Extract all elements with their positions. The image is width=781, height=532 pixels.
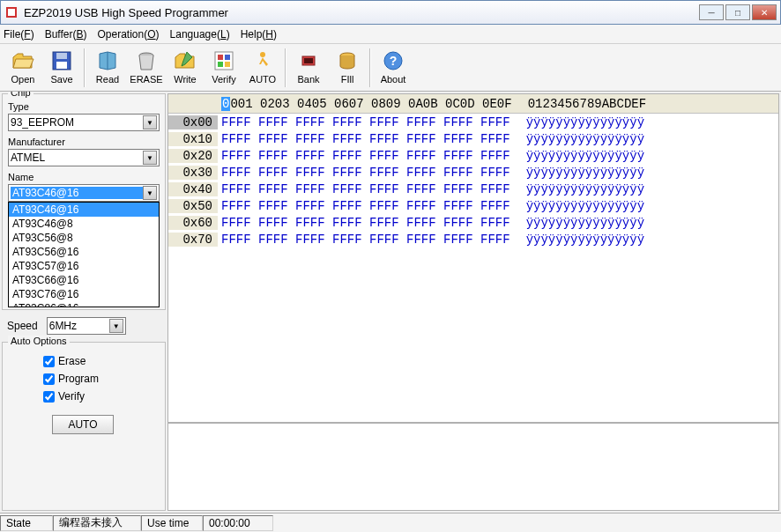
trash-icon xyxy=(134,48,159,73)
hex-panel: 0001 0203 0405 0607 0809 0A0B 0C0D 0E0F … xyxy=(167,93,779,511)
speed-row: Speed 6MHz▼ xyxy=(2,314,166,338)
fill-button[interactable]: FIll xyxy=(328,47,367,89)
chevron-down-icon: ▼ xyxy=(109,319,123,333)
hex-row[interactable]: 0x10FFFF FFFF FFFF FFFF FFFF FFFF FFFF F… xyxy=(168,130,778,147)
auto-options-group: Auto Options Erase Program Verify AUTO xyxy=(2,342,166,511)
status-state-label: State xyxy=(0,515,53,531)
erase-button[interactable]: ERASE xyxy=(127,47,166,89)
manufacturer-select[interactable]: ATMEL▼ xyxy=(8,149,160,166)
menu-language[interactable]: Language(L) xyxy=(170,28,230,41)
hex-data: FFFF FFFF FFFF FFFF FFFF FFFF FFFF FFFF xyxy=(218,216,510,230)
name-option[interactable]: AT93C76@16 xyxy=(9,287,159,301)
hex-row[interactable]: 0x50FFFF FFFF FFFF FFFF FFFF FFFF FFFF F… xyxy=(168,197,778,214)
toolbar: Open Save Read ERASE Write Verify AUTO B… xyxy=(0,44,781,92)
hex-ascii: ÿÿÿÿÿÿÿÿÿÿÿÿÿÿÿÿ xyxy=(510,182,644,196)
hex-ascii: ÿÿÿÿÿÿÿÿÿÿÿÿÿÿÿÿ xyxy=(510,233,644,247)
bank-button[interactable]: Bank xyxy=(289,47,328,89)
name-option[interactable]: AT93C56@8 xyxy=(9,231,159,245)
hex-ascii: ÿÿÿÿÿÿÿÿÿÿÿÿÿÿÿÿ xyxy=(510,166,644,180)
hex-row[interactable]: 0x40FFFF FFFF FFFF FFFF FFFF FFFF FFFF F… xyxy=(168,181,778,197)
write-icon xyxy=(173,48,197,73)
hex-data: FFFF FFFF FFFF FFFF FFFF FFFF FFFF FFFF xyxy=(218,149,510,163)
name-option[interactable]: AT93C57@16 xyxy=(9,259,159,273)
status-usetime-label: Use time xyxy=(141,515,203,531)
name-option[interactable]: AT93C86@16 xyxy=(9,301,159,307)
open-button[interactable]: Open xyxy=(4,47,42,89)
minimize-button[interactable]: ─ xyxy=(699,4,724,20)
separator xyxy=(285,48,286,87)
name-dropdown: AT93C46@16AT93C46@8AT93C56@8AT93C56@16AT… xyxy=(8,202,160,307)
read-button[interactable]: Read xyxy=(88,47,127,89)
type-label: Type xyxy=(8,101,160,112)
name-option[interactable]: AT93C46@8 xyxy=(9,217,159,231)
program-checkbox[interactable]: Program xyxy=(43,373,160,385)
name-option[interactable]: AT93C56@16 xyxy=(9,245,159,259)
floppy-icon xyxy=(49,48,74,73)
svg-text:?: ? xyxy=(390,54,398,68)
hex-body[interactable]: 0x00FFFF FFFF FFFF FFFF FFFF FFFF FFFF F… xyxy=(168,114,778,248)
hex-addr: 0x60 xyxy=(168,216,218,230)
auto-run-button[interactable]: AUTO xyxy=(52,415,114,434)
speed-label: Speed xyxy=(7,320,38,332)
svg-rect-4 xyxy=(56,62,67,69)
name-option[interactable]: AT93C46@16 xyxy=(9,203,159,217)
hex-row[interactable]: 0x70FFFF FFFF FFFF FFFF FFFF FFFF FFFF F… xyxy=(168,231,778,248)
hex-row[interactable]: 0x20FFFF FFFF FFFF FFFF FFFF FFFF FFFF F… xyxy=(168,147,778,164)
hex-header: 0001 0203 0405 0607 0809 0A0B 0C0D 0E0F … xyxy=(168,94,778,114)
hex-addr: 0x10 xyxy=(168,132,218,146)
hex-row[interactable]: 0x30FFFF FFFF FFFF FFFF FFFF FFFF FFFF F… xyxy=(168,164,778,181)
maximize-button[interactable]: □ xyxy=(725,4,750,20)
write-button[interactable]: Write xyxy=(166,47,205,89)
chevron-down-icon: ▼ xyxy=(143,115,157,129)
svg-rect-8 xyxy=(218,55,223,60)
menu-operation[interactable]: Operation(O) xyxy=(98,28,160,41)
menu-buffer[interactable]: Buffer(B) xyxy=(45,28,87,41)
verify-button[interactable]: Verify xyxy=(205,47,243,89)
menu-help[interactable]: Help(H) xyxy=(241,28,277,41)
svg-rect-3 xyxy=(56,53,67,59)
hex-addr: 0x30 xyxy=(168,166,218,180)
hex-ascii: ÿÿÿÿÿÿÿÿÿÿÿÿÿÿÿÿ xyxy=(510,115,644,129)
hex-ascii: ÿÿÿÿÿÿÿÿÿÿÿÿÿÿÿÿ xyxy=(510,199,644,213)
book-icon xyxy=(95,48,120,73)
svg-rect-11 xyxy=(225,62,230,67)
type-select[interactable]: 93_EEPROM▼ xyxy=(8,114,160,131)
close-button[interactable]: ✕ xyxy=(752,4,777,20)
hex-ascii: ÿÿÿÿÿÿÿÿÿÿÿÿÿÿÿÿ xyxy=(510,149,644,163)
separator xyxy=(84,48,86,87)
auto-button[interactable]: AUTO xyxy=(243,47,282,89)
hex-data: FFFF FFFF FFFF FFFF FFFF FFFF FFFF FFFF xyxy=(218,132,510,146)
name-select[interactable]: AT93C46@16▼ AT93C46@16AT93C46@8AT93C56@8… xyxy=(8,184,160,202)
chip-group: Chip Type 93_EEPROM▼ Manufacturer ATMEL▼… xyxy=(2,93,166,310)
person-run-icon xyxy=(250,48,275,73)
hex-data: FFFF FFFF FFFF FFFF FFFF FFFF FFFF FFFF xyxy=(218,233,510,247)
hex-row[interactable]: 0x60FFFF FFFF FFFF FFFF FFFF FFFF FFFF F… xyxy=(168,214,778,231)
chevron-down-icon: ▼ xyxy=(143,186,157,200)
hex-data: FFFF FFFF FFFF FFFF FFFF FFFF FFFF FFFF xyxy=(218,182,510,196)
hex-data: FFFF FFFF FFFF FFFF FFFF FFFF FFFF FFFF xyxy=(218,115,510,129)
speed-select[interactable]: 6MHz▼ xyxy=(47,317,126,335)
hex-row[interactable]: 0x00FFFF FFFF FFFF FFFF FFFF FFFF FFFF F… xyxy=(168,114,778,130)
menu-file[interactable]: File(F) xyxy=(4,28,34,41)
erase-checkbox[interactable]: Erase xyxy=(43,355,160,367)
hex-data: FFFF FFFF FFFF FFFF FFFF FFFF FFFF FFFF xyxy=(218,199,510,213)
svg-rect-10 xyxy=(218,62,223,67)
save-button[interactable]: Save xyxy=(42,47,81,89)
separator xyxy=(369,48,371,87)
statusbar: State 编程器未接入 Use time 00:00:00 xyxy=(0,513,781,532)
status-usetime-value: 00:00:00 xyxy=(203,515,273,531)
svg-rect-1 xyxy=(8,9,15,16)
hex-addr: 0x40 xyxy=(168,182,218,196)
hex-addr: 0x50 xyxy=(168,199,218,213)
verify-checkbox[interactable]: Verify xyxy=(43,390,160,403)
chevron-down-icon: ▼ xyxy=(143,151,157,165)
titlebar: EZP2019 USB High Speed Programmer ─ □ ✕ xyxy=(0,0,781,25)
svg-rect-9 xyxy=(225,55,230,60)
left-panel: Chip Type 93_EEPROM▼ Manufacturer ATMEL▼… xyxy=(0,92,167,513)
database-icon xyxy=(335,48,360,73)
menubar: File(F) Buffer(B) Operation(O) Language(… xyxy=(0,25,781,44)
name-option[interactable]: AT93C66@16 xyxy=(9,273,159,287)
about-button[interactable]: ?About xyxy=(374,47,413,89)
window-title: EZP2019 USB High Speed Programmer xyxy=(24,6,697,19)
svg-rect-14 xyxy=(304,58,313,63)
